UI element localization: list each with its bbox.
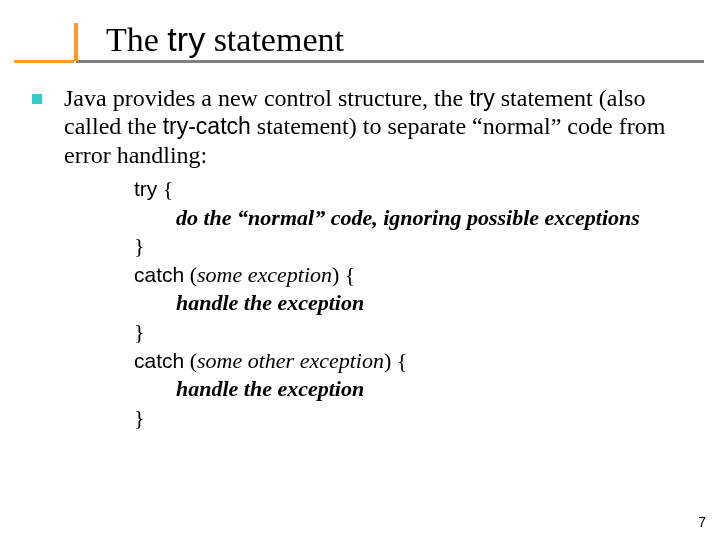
code-keyword: catch bbox=[134, 349, 184, 372]
title-text-1: The bbox=[106, 21, 167, 58]
title-area: The try statement bbox=[0, 10, 720, 66]
bullet-icon bbox=[32, 94, 42, 104]
code-line: catch (some exception) { bbox=[134, 261, 698, 290]
code-comment: handle the exception bbox=[134, 375, 698, 404]
title-rule bbox=[76, 60, 704, 63]
code-comment: do the “normal” code, ignoring possible … bbox=[134, 204, 698, 233]
code-text: ) { bbox=[332, 262, 355, 287]
code-line: try { bbox=[134, 175, 698, 204]
code-arg: some exception bbox=[197, 262, 332, 287]
para-keyword-1: try bbox=[469, 85, 495, 111]
title-accent-stub bbox=[74, 23, 78, 61]
page-number: 7 bbox=[698, 514, 706, 530]
code-line: } bbox=[134, 318, 698, 347]
bullet-item: Java provides a new control structure, t… bbox=[32, 84, 698, 169]
code-text: ) { bbox=[384, 348, 407, 373]
code-line: catch (some other exception) { bbox=[134, 347, 698, 376]
code-text: ( bbox=[184, 348, 197, 373]
slide: The try statement Java provides a new co… bbox=[0, 0, 720, 540]
slide-body: Java provides a new control structure, t… bbox=[32, 84, 698, 432]
para-text-1: Java provides a new control structure, t… bbox=[64, 85, 469, 111]
body-paragraph: Java provides a new control structure, t… bbox=[64, 84, 698, 169]
code-keyword: try bbox=[134, 177, 157, 200]
title-text-2: statement bbox=[205, 21, 344, 58]
code-keyword: catch bbox=[134, 263, 184, 286]
title-rule-accent bbox=[14, 60, 74, 63]
code-block: try { do the “normal” code, ignoring pos… bbox=[134, 175, 698, 432]
code-line: } bbox=[134, 232, 698, 261]
code-line: } bbox=[134, 404, 698, 433]
title-keyword: try bbox=[167, 20, 205, 58]
code-arg: some other exception bbox=[197, 348, 384, 373]
code-comment: handle the exception bbox=[134, 289, 698, 318]
code-text: { bbox=[157, 176, 173, 201]
para-keyword-2: try-catch bbox=[163, 113, 251, 139]
slide-title: The try statement bbox=[106, 20, 344, 59]
code-text: ( bbox=[184, 262, 197, 287]
